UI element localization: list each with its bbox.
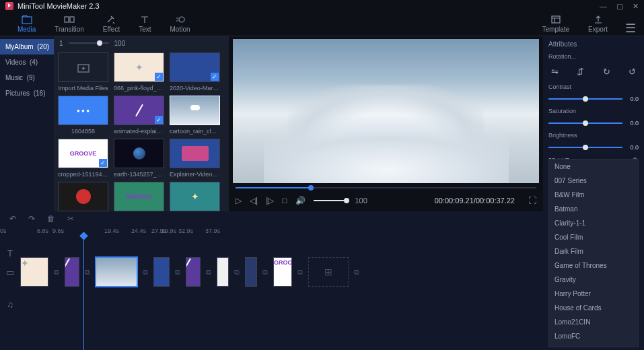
media-item[interactable]: ✦ xyxy=(170,182,220,211)
ruler-tick: 29.9s xyxy=(162,228,176,234)
flip-horizontal-icon[interactable]: ⇋ xyxy=(551,67,559,77)
preview-canvas[interactable] xyxy=(233,39,539,183)
ruler-tick: 24.4s xyxy=(131,228,146,234)
media-item[interactable]: animated-explainer-bl... xyxy=(114,96,164,135)
timeline-clip[interactable] xyxy=(153,257,170,287)
empty-clip-slot[interactable]: ⊞ xyxy=(308,257,349,287)
audio-track-icon: ♫ xyxy=(4,288,16,320)
cut-icon[interactable]: ✂ xyxy=(67,214,74,223)
contrast-value: 0.0 xyxy=(627,96,639,102)
tab-text[interactable]: Text xyxy=(129,13,160,36)
media-item[interactable]: cartoon_rain_cloud-t2 xyxy=(170,96,220,135)
close-icon[interactable]: ✕ xyxy=(633,2,639,11)
transition-slot[interactable]: ⧉ xyxy=(351,257,363,287)
undo-icon[interactable]: ↶ xyxy=(9,214,16,223)
transition-slot[interactable]: ⧉ xyxy=(294,257,306,287)
rotate-cw-icon[interactable]: ↻ xyxy=(603,67,610,77)
transition-slot[interactable]: ⧉ xyxy=(139,257,151,287)
app-title: MiniTool MovieMaker 2.3 xyxy=(17,2,100,10)
fullscreen-icon[interactable]: ⛶ xyxy=(528,196,536,205)
timeline-ruler[interactable]: 0s6.8s9.6s19.4s24.4s27.9s29.9s32.9s37.9s xyxy=(0,226,644,237)
maximize-icon[interactable]: ▢ xyxy=(616,2,623,11)
flip-vertical-icon[interactable]: ⇵ xyxy=(577,67,584,77)
transition-slot[interactable]: ⧉ xyxy=(50,257,63,287)
timeline-clip[interactable] xyxy=(245,257,257,287)
play-icon[interactable]: ▷ xyxy=(236,196,242,205)
playhead[interactable] xyxy=(83,237,84,350)
ruler-tick: 32.9s xyxy=(178,228,193,234)
svg-rect-0 xyxy=(22,17,32,24)
media-item-name: earth-1345257_640 xyxy=(114,171,164,178)
lut-option[interactable]: Harry Potter xyxy=(549,287,638,301)
preview-scrubber[interactable] xyxy=(236,187,536,188)
tab-transition[interactable]: Transition xyxy=(45,13,94,36)
timeline-clip[interactable]: ✦ xyxy=(20,257,48,287)
lut-option[interactable]: 007 Series xyxy=(549,174,638,188)
media-item[interactable]: Explainer-Video-Script... xyxy=(170,139,220,178)
volume-slider[interactable] xyxy=(314,200,347,201)
timeline-clip[interactable] xyxy=(65,257,79,287)
volume-icon[interactable]: 🔊 xyxy=(295,196,306,205)
timeline-clip[interactable] xyxy=(186,257,201,287)
lut-option[interactable]: Cool Film xyxy=(549,230,638,244)
media-item[interactable]: Import Media Files xyxy=(58,53,108,92)
saturation-value: 0.0 xyxy=(627,120,639,127)
tab-media[interactable]: Media xyxy=(8,13,45,36)
main-tabs: Media Transition Effect Text Motion Temp… xyxy=(0,12,644,36)
lut-option[interactable]: Game of Thrones xyxy=(549,258,638,273)
timeline-clip[interactable] xyxy=(96,257,137,287)
rotate-ccw-icon[interactable]: ↺ xyxy=(629,67,636,77)
delete-icon[interactable]: 🗑 xyxy=(47,214,55,223)
tab-motion[interactable]: Motion xyxy=(161,13,200,36)
lut-option[interactable]: Batman xyxy=(549,202,638,216)
timeline-clip[interactable] xyxy=(217,257,229,287)
minimize-icon[interactable]: — xyxy=(600,2,607,11)
tab-effect[interactable]: Effect xyxy=(94,13,129,36)
media-item[interactable] xyxy=(58,182,108,211)
media-item[interactable]: earth-1345257_640 xyxy=(114,139,164,178)
sidebar-item-myalbum[interactable]: MyAlbum (20) xyxy=(0,39,54,55)
transition-slot[interactable]: ⧉ xyxy=(231,257,243,287)
lut-option[interactable]: Gravity xyxy=(549,273,638,287)
timeline-clip[interactable]: GROOVE xyxy=(273,257,292,287)
lut-option[interactable]: B&W Film xyxy=(549,188,638,202)
contrast-slider[interactable] xyxy=(548,98,622,100)
transition-slot[interactable]: ⧉ xyxy=(203,257,215,287)
title-bar: MiniTool MovieMaker 2.3 — ▢ ✕ xyxy=(0,0,644,12)
svg-rect-1 xyxy=(65,17,69,22)
prev-frame-icon[interactable]: ◁| xyxy=(250,196,258,205)
lut-dropdown-menu: None007 SeriesB&W FilmBatmanClarity-1-1C… xyxy=(548,159,639,347)
sidebar-item-music[interactable]: Music (9) xyxy=(0,70,54,85)
tab-template[interactable]: Template xyxy=(533,13,579,36)
tab-export[interactable]: Export xyxy=(579,13,617,36)
lut-option[interactable]: House of Cards xyxy=(549,301,638,315)
next-frame-icon[interactable]: |▷ xyxy=(266,196,274,205)
lut-option[interactable]: Clarity-1-1 xyxy=(549,216,638,230)
media-item[interactable]: 2020-Video-Marketing-... xyxy=(170,53,220,92)
timecode: 00:00:09.21/00:00:37.22 xyxy=(435,197,515,205)
sidebar-item-pictures[interactable]: Pictures (16) xyxy=(0,85,54,101)
hamburger-menu-icon[interactable]: ☰ xyxy=(625,21,636,36)
lut-option[interactable]: Lomo21CIN xyxy=(549,315,638,329)
lut-option[interactable]: LomoFC xyxy=(549,329,638,343)
brightness-slider[interactable] xyxy=(548,147,622,148)
lut-option[interactable]: None xyxy=(549,160,638,174)
lut-option[interactable]: LomoFPE xyxy=(549,343,638,347)
saturation-slider[interactable] xyxy=(548,123,622,124)
media-panel: 1 100 Import Media Files✦066_pink-floyd_… xyxy=(54,36,229,211)
stop-icon[interactable]: □ xyxy=(282,196,287,205)
redo-icon[interactable]: ↷ xyxy=(28,214,35,223)
media-item[interactable]: GROOVEcropped-1511941_980... xyxy=(58,139,108,178)
sidebar-item-videos[interactable]: Videos (4) xyxy=(0,55,54,70)
media-grid: Import Media Files✦066_pink-floyd_wish-y… xyxy=(54,50,229,211)
media-item[interactable]: ✦066_pink-floyd_wish-y... xyxy=(114,53,164,92)
svg-point-3 xyxy=(179,17,184,22)
transition-slot[interactable]: ⧉ xyxy=(172,257,184,287)
media-item-name: Explainer-Video-Script... xyxy=(170,171,220,178)
lut-option[interactable]: Dark Film xyxy=(549,244,638,258)
media-item-name: Import Media Files xyxy=(58,85,108,92)
media-item[interactable]: GROOVE xyxy=(114,182,164,211)
media-item[interactable]: ● ● ●1604858 xyxy=(58,96,108,135)
transition-slot[interactable]: ⧉ xyxy=(259,257,271,287)
zoom-slider[interactable] xyxy=(69,42,109,44)
